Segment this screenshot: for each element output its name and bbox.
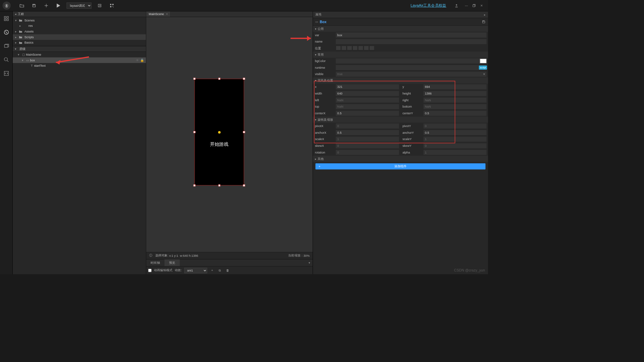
- tab-preview[interactable]: 预览: [164, 259, 179, 266]
- export-button[interactable]: [96, 2, 104, 10]
- input-left[interactable]: [336, 98, 399, 103]
- input-pivoty[interactable]: [423, 123, 486, 128]
- design-icon[interactable]: [2, 28, 11, 37]
- hierarchy-tree-row[interactable]: ▾▢MainScene: [13, 52, 146, 58]
- section-size-pos[interactable]: ▾宽高及位置: [313, 77, 488, 83]
- input-bottom[interactable]: [423, 104, 486, 109]
- section-public[interactable]: ▾公用: [313, 26, 488, 32]
- handle-w[interactable]: [194, 131, 196, 133]
- handle-sw[interactable]: [194, 184, 196, 186]
- input-centerx[interactable]: [336, 111, 399, 116]
- input-visible[interactable]: [336, 72, 486, 77]
- anchor-mr-button[interactable]: [364, 46, 369, 50]
- anchor-tr-button[interactable]: [347, 46, 352, 50]
- anchor-mc-button[interactable]: [358, 46, 363, 50]
- hierarchy-tree-row[interactable]: ▾▭box👁🔒: [13, 57, 146, 63]
- window-minimize-button[interactable]: —: [463, 2, 470, 9]
- input-bgcolor[interactable]: [336, 58, 486, 63]
- qrcode-button[interactable]: [108, 2, 116, 10]
- input-pivotx[interactable]: [336, 123, 399, 128]
- tree-arrow-icon[interactable]: ▸: [19, 24, 23, 28]
- section-rot-scale[interactable]: ▾旋转及缩放: [313, 117, 488, 123]
- input-y[interactable]: [423, 84, 486, 89]
- input-x[interactable]: [336, 84, 399, 89]
- input-scalex[interactable]: [336, 137, 399, 142]
- tree-arrow-icon[interactable]: [26, 64, 30, 68]
- debug-select[interactable]: layaair调试: [67, 3, 92, 9]
- section-common[interactable]: ▾常用: [313, 52, 488, 58]
- input-rotation[interactable]: [336, 150, 399, 155]
- anchor-tc-button[interactable]: [341, 46, 346, 50]
- member-benefits-link[interactable]: LayaAir工具会员权益: [411, 3, 446, 8]
- input-anchorx[interactable]: [336, 130, 399, 135]
- input-alpha[interactable]: [423, 150, 486, 155]
- input-anchory[interactable]: [423, 130, 486, 135]
- handle-n[interactable]: [218, 78, 220, 80]
- input-var[interactable]: [336, 33, 486, 38]
- user-icon[interactable]: [452, 2, 461, 10]
- input-width[interactable]: [336, 91, 399, 96]
- hierarchy-menu-icon[interactable]: ▾: [15, 47, 16, 51]
- input-skewx[interactable]: [336, 143, 399, 148]
- save-object-icon[interactable]: [482, 20, 486, 23]
- anchor-tl-button[interactable]: [336, 46, 341, 50]
- tab-timeline[interactable]: 时间轴: [146, 259, 165, 266]
- ani-select[interactable]: ani1: [184, 267, 207, 273]
- selection-box[interactable]: 开始游戏: [195, 79, 244, 185]
- tree-arrow-icon[interactable]: ▸: [15, 41, 19, 45]
- anchor-ml-button[interactable]: [353, 46, 358, 50]
- handle-s[interactable]: [218, 184, 220, 186]
- canvas-viewport[interactable]: 开始游戏: [146, 17, 313, 252]
- hierarchy-tree-row[interactable]: TstartText: [13, 63, 146, 69]
- visible-dropdown-icon[interactable]: ▾: [483, 72, 485, 76]
- timeline-menu-icon[interactable]: ▾: [309, 261, 310, 265]
- tree-arrow-icon[interactable]: ▾: [18, 53, 21, 57]
- input-runtime[interactable]: [336, 65, 486, 70]
- collapse-left-icon[interactable]: ◂: [15, 12, 16, 16]
- code-icon[interactable]: [2, 69, 11, 78]
- project-tree-row[interactable]: ▾Scenes: [13, 17, 146, 23]
- add-component-button[interactable]: ＋添加组件: [315, 163, 485, 169]
- input-top[interactable]: [336, 104, 399, 109]
- eye-icon[interactable]: 👁: [136, 58, 139, 62]
- ani-add-icon[interactable]: ＋: [210, 268, 215, 273]
- windows-icon[interactable]: [2, 42, 11, 51]
- project-tree-row[interactable]: ▸Scripts: [13, 34, 146, 40]
- search-icon[interactable]: [2, 55, 11, 64]
- project-tree-row[interactable]: ▸res: [13, 23, 146, 29]
- project-tree-row[interactable]: ▸Basics: [13, 40, 146, 46]
- script-badge[interactable]: script: [479, 66, 487, 70]
- handle-e[interactable]: [243, 131, 245, 133]
- section-other[interactable]: ▸其他: [313, 156, 488, 162]
- window-maximize-button[interactable]: [470, 2, 478, 9]
- window-close-button[interactable]: ✕: [478, 2, 486, 9]
- tab-mainscene[interactable]: MainScene×: [146, 11, 171, 17]
- ani-delete-icon[interactable]: 🗑: [225, 268, 230, 272]
- handle-nw[interactable]: [194, 78, 196, 80]
- lock-icon[interactable]: 🔒: [140, 58, 144, 62]
- tree-arrow-icon[interactable]: ▾: [15, 18, 19, 22]
- tree-arrow-icon[interactable]: ▸: [15, 30, 19, 34]
- anchor-add-button[interactable]: [369, 46, 374, 50]
- handle-se[interactable]: [243, 184, 245, 186]
- input-skewy[interactable]: [423, 143, 486, 148]
- color-swatch[interactable]: [480, 59, 487, 63]
- input-centery[interactable]: [423, 111, 486, 116]
- save-button[interactable]: [30, 2, 38, 10]
- play-button[interactable]: [54, 2, 62, 10]
- input-name[interactable]: [336, 39, 486, 44]
- ani-copy-icon[interactable]: ⧉: [217, 268, 222, 272]
- handle-ne[interactable]: [243, 78, 245, 80]
- transform-button[interactable]: [42, 2, 50, 10]
- modules-icon[interactable]: [2, 14, 11, 23]
- input-scaley[interactable]: [423, 137, 486, 142]
- ani-edit-checkbox[interactable]: [148, 269, 152, 272]
- input-right[interactable]: [423, 98, 486, 103]
- tree-arrow-icon[interactable]: ▾: [22, 58, 25, 62]
- open-folder-button[interactable]: [18, 2, 26, 10]
- project-tree-row[interactable]: ▸Assets: [13, 29, 146, 35]
- tab-close-icon[interactable]: ×: [166, 12, 168, 16]
- tree-arrow-icon[interactable]: ▸: [15, 35, 19, 39]
- collapse-right-icon[interactable]: ▸: [484, 13, 486, 16]
- input-height[interactable]: [423, 91, 486, 96]
